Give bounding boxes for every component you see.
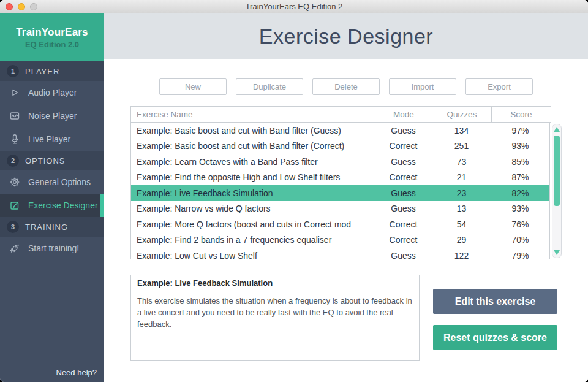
cell-mode: Guess — [375, 126, 432, 136]
sidebar-item-label: Audio Player — [28, 88, 77, 97]
sidebar-section-player: 1 PLAYER — [0, 61, 104, 81]
new-button[interactable]: New — [159, 78, 227, 95]
cell-quizzes: 122 — [432, 251, 491, 259]
close-window-button[interactable] — [6, 3, 13, 10]
cell-score: 97% — [491, 126, 549, 136]
section-number-badge: 3 — [7, 221, 19, 233]
sidebar-item-label: Exercise Designer — [28, 201, 98, 210]
cell-mode: Correct — [375, 172, 432, 182]
cell-score: 70% — [491, 235, 549, 245]
edit-icon — [8, 199, 21, 212]
detail-title: Example: Live Feedback Simulation — [131, 275, 419, 291]
microphone-icon — [8, 133, 21, 145]
window-controls — [6, 3, 37, 10]
cell-score: 76% — [491, 220, 549, 229]
scrollbar-thumb[interactable] — [554, 136, 560, 206]
cell-quizzes: 54 — [432, 220, 491, 229]
page-title: Exercise Designer — [259, 25, 433, 48]
table-header: Exercise Name Mode Quizzes Score — [130, 106, 551, 123]
sidebar-item-exercise-designer[interactable]: Exercise Designer — [0, 194, 104, 217]
exercise-table: Example: Basic boost and cut with Band f… — [130, 123, 550, 259]
sidebar-item-label: Noise Player — [28, 111, 77, 121]
scroll-up-arrow-icon[interactable] — [554, 127, 560, 132]
delete-button[interactable]: Delete — [312, 78, 380, 95]
cell-score: 79% — [491, 251, 549, 259]
cell-mode: Guess — [375, 204, 432, 213]
cell-name: Example: Live Feedback Simulation — [131, 188, 375, 198]
cell-quizzes: 13 — [432, 204, 491, 213]
minimize-window-button[interactable] — [18, 3, 25, 10]
cell-name: Example: More Q factors (boost and cuts … — [131, 220, 375, 229]
sidebar-section-options: 2 OPTIONS — [0, 151, 104, 170]
sidebar-item-general-options[interactable]: General Options — [0, 170, 104, 194]
table-row[interactable]: Example: Low Cut vs Low Shelf Guess 122 … — [131, 248, 549, 259]
sidebar: TrainYourEars EQ Edition 2.0 1 PLAYER Au… — [0, 13, 104, 382]
rocket-icon — [8, 242, 21, 254]
cell-score: 87% — [491, 172, 549, 182]
edit-exercise-button[interactable]: Edit this exercise — [433, 289, 557, 314]
sidebar-item-live-player[interactable]: Live Player — [0, 128, 104, 151]
table-row[interactable]: Example: Find 2 bands in a 7 frequencies… — [131, 232, 549, 248]
logo-title: TrainYourEars — [16, 26, 88, 39]
cell-score: 93% — [491, 141, 549, 151]
column-header-mode: Mode — [375, 107, 432, 122]
cell-score: 85% — [491, 157, 549, 167]
cell-name: Example: Basic boost and cut with Band f… — [131, 126, 375, 136]
section-label: OPTIONS — [25, 156, 66, 166]
sidebar-item-label: General Options — [28, 177, 91, 187]
cell-score: 93% — [491, 204, 549, 213]
sidebar-item-start-training[interactable]: Start training! — [0, 237, 104, 260]
section-number-badge: 2 — [7, 155, 19, 167]
export-button[interactable]: Export — [466, 78, 533, 95]
play-icon — [8, 86, 21, 99]
import-button[interactable]: Import — [389, 78, 456, 95]
column-header-name: Exercise Name — [131, 107, 375, 122]
table-row[interactable]: Example: Basic boost and cut with Band f… — [131, 139, 549, 155]
cell-quizzes: 29 — [432, 235, 491, 245]
duplicate-button[interactable]: Duplicate — [236, 78, 303, 95]
cell-name: Example: Find the opposite High and Low … — [131, 172, 375, 182]
window-title: TrainYourEars EQ Edition 2 — [246, 2, 343, 11]
table-row[interactable]: Example: Learn Octaves with a Band Pass … — [131, 154, 549, 170]
sidebar-item-noise-player[interactable]: Noise Player — [0, 104, 104, 128]
detail-description: This exercise simulates the situation wh… — [131, 291, 419, 335]
sidebar-item-label: Live Player — [28, 134, 70, 144]
table-scrollbar[interactable] — [552, 124, 562, 258]
cell-mode: Correct — [375, 141, 432, 151]
reset-quizzes-button[interactable]: Reset quizzes & score — [433, 325, 557, 350]
table-row[interactable]: Example: Narrow vs wide Q factors Guess … — [131, 201, 549, 217]
column-header-score: Score — [491, 107, 551, 122]
section-number-badge: 1 — [7, 65, 19, 77]
table-row[interactable]: Example: Find the opposite High and Low … — [131, 170, 549, 186]
cell-name: Example: Find 2 bands in a 7 frequencies… — [131, 235, 375, 245]
cell-name: Example: Basic boost and cut with Band f… — [131, 141, 375, 151]
table-row[interactable]: Example: Basic boost and cut with Band f… — [131, 123, 549, 139]
cell-quizzes: 73 — [432, 157, 491, 167]
app-window: TrainYourEars EQ Edition 2 TrainYourEars… — [0, 0, 588, 382]
scroll-down-arrow-icon[interactable] — [554, 250, 560, 255]
exercise-detail-box: Example: Live Feedback Simulation This e… — [130, 275, 420, 361]
cell-quizzes: 134 — [432, 126, 491, 136]
cell-quizzes: 251 — [432, 141, 491, 151]
zoom-window-button[interactable] — [30, 3, 37, 10]
sidebar-section-training: 3 TRAINING — [0, 217, 104, 237]
table-row[interactable]: Example: More Q factors (boost and cuts … — [131, 216, 549, 232]
table-row-selected[interactable]: Example: Live Feedback Simulation Guess … — [131, 185, 549, 201]
cell-name: Example: Narrow vs wide Q factors — [131, 204, 375, 213]
titlebar: TrainYourEars EQ Edition 2 — [0, 0, 588, 13]
waveform-icon — [8, 110, 21, 122]
need-help-link[interactable]: Need help? — [0, 368, 104, 382]
cell-score: 82% — [491, 188, 549, 198]
section-label: TRAINING — [25, 223, 68, 232]
cell-name: Example: Learn Octaves with a Band Pass … — [131, 157, 375, 167]
app-logo: TrainYourEars EQ Edition 2.0 — [0, 13, 104, 61]
gear-icon — [8, 176, 21, 188]
logo-subtitle: EQ Edition 2.0 — [25, 40, 79, 49]
sidebar-item-audio-player[interactable]: Audio Player — [0, 81, 104, 104]
cell-mode: Guess — [375, 188, 432, 198]
cell-quizzes: 23 — [432, 188, 491, 198]
cell-quizzes: 21 — [432, 172, 491, 182]
sidebar-item-label: Start training! — [28, 243, 79, 253]
page-header: Exercise Designer — [104, 13, 588, 59]
cell-mode: Guess — [375, 157, 432, 167]
